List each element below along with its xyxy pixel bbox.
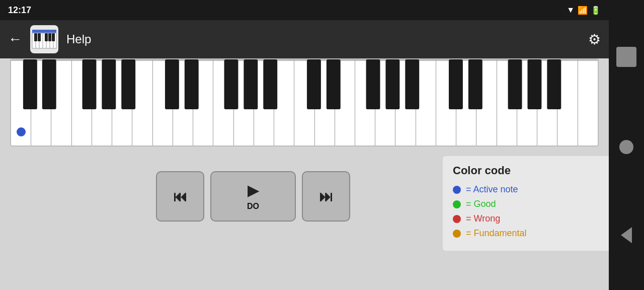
svg-rect-7 [34, 33, 37, 41]
white-key-22[interactable] [456, 59, 476, 146]
white-key-26[interactable] [537, 59, 557, 146]
white-key-20[interactable] [416, 59, 436, 146]
white-key-24[interactable] [497, 59, 517, 146]
fundamental-label: = Fundamental [466, 228, 527, 239]
svg-rect-12 [32, 30, 56, 33]
prev-button[interactable]: ⏮ [156, 171, 204, 222]
battery-icon: 🔋 [591, 6, 601, 15]
white-key-17[interactable] [355, 59, 375, 146]
sidebar-back-button[interactable] [621, 227, 632, 243]
play-icon: ▶ [248, 182, 259, 199]
white-key-11[interactable] [234, 59, 254, 146]
color-code-panel: Color code = Active note = Good = Wrong … [443, 156, 634, 251]
back-button[interactable]: ← [8, 31, 22, 47]
white-key-19[interactable] [395, 59, 416, 146]
white-key-18[interactable] [375, 59, 395, 146]
good-label: = Good [466, 199, 496, 209]
white-key-10[interactable] [213, 59, 233, 146]
white-key-23[interactable] [476, 59, 497, 146]
white-key-6[interactable] [132, 59, 152, 146]
white-key-3[interactable] [72, 59, 92, 146]
app-bar: ← Help ⚙ [0, 20, 609, 58]
app-icon [30, 25, 58, 53]
fundamental-dot [453, 230, 461, 238]
white-key-1[interactable] [31, 59, 51, 146]
wifi-icon: ▼ [567, 6, 575, 15]
white-key-15[interactable] [315, 59, 335, 146]
white-key-9[interactable] [193, 59, 213, 146]
next-button[interactable]: ⏭ [302, 171, 350, 222]
white-keys [11, 59, 598, 146]
white-key-14[interactable] [294, 59, 314, 146]
active-note-dot [453, 186, 461, 194]
prev-icon: ⏮ [173, 188, 187, 205]
white-key-28[interactable] [578, 59, 598, 146]
good-dot [453, 200, 461, 208]
play-button[interactable]: ▶ DO [210, 171, 296, 222]
white-key-21[interactable] [436, 59, 456, 146]
white-key-2[interactable] [51, 59, 71, 146]
signal-icon: 📶 [578, 6, 588, 15]
white-key-12[interactable] [254, 59, 274, 146]
sidebar-square-button[interactable] [616, 47, 636, 67]
piano-icon [32, 29, 57, 49]
next-icon: ⏭ [319, 188, 333, 205]
status-icons: ▼ 📶 🔋 [567, 6, 601, 15]
piano-keyboard [10, 58, 599, 147]
wrong-label: = Wrong [466, 213, 500, 224]
svg-rect-11 [52, 33, 55, 41]
color-active-note: = Active note [453, 184, 624, 195]
status-time: 12:17 [8, 5, 31, 16]
svg-rect-8 [38, 33, 41, 41]
color-wrong: = Wrong [453, 213, 624, 224]
white-key-25[interactable] [517, 59, 537, 146]
white-key-7[interactable] [153, 59, 173, 146]
white-key-27[interactable] [557, 59, 578, 146]
svg-rect-10 [48, 33, 51, 41]
note-label: DO [247, 202, 259, 211]
playback-controls: ⏮ ▶ DO ⏭ [156, 171, 350, 222]
right-sidebar [609, 0, 644, 290]
white-key-5[interactable] [112, 59, 132, 146]
settings-button[interactable]: ⚙ [588, 31, 601, 48]
active-note-label: = Active note [466, 184, 518, 195]
keys-container [11, 59, 598, 146]
color-good: = Good [453, 199, 624, 209]
white-key-8[interactable] [173, 59, 193, 146]
white-key-0[interactable] [11, 59, 31, 146]
white-key-4[interactable] [92, 59, 112, 146]
white-key-16[interactable] [335, 59, 355, 146]
white-key-13[interactable] [274, 59, 294, 146]
sidebar-circle-button[interactable] [619, 140, 633, 154]
color-code-title: Color code [453, 164, 624, 177]
status-bar: 12:17 ▼ 📶 🔋 [0, 0, 609, 20]
svg-rect-9 [45, 33, 48, 41]
wrong-dot [453, 215, 461, 223]
color-fundamental: = Fundamental [453, 228, 624, 239]
app-title: Help [66, 32, 580, 46]
